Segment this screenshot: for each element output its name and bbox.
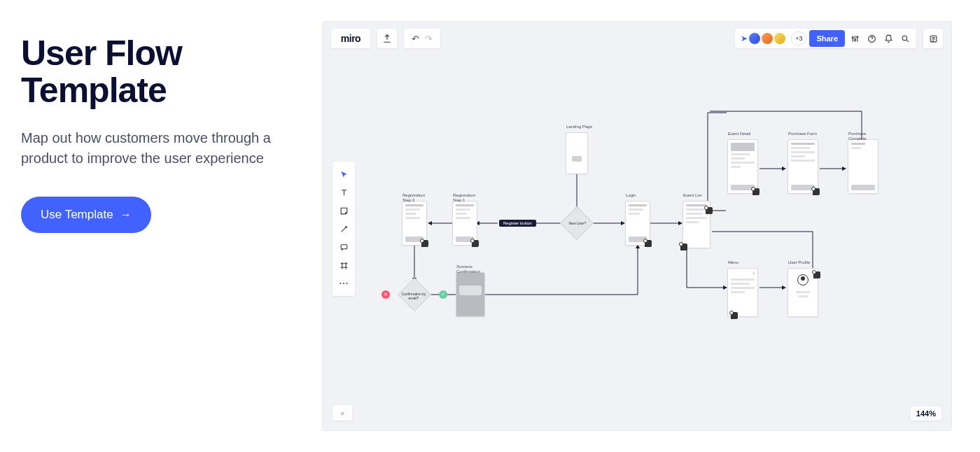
page-subtitle: Map out how customers move through a pro… xyxy=(21,128,294,169)
node-label: Confirmation by email? xyxy=(400,292,428,300)
marketing-panel: User Flow Template Map out how customers… xyxy=(0,0,322,452)
node-label: Success Confirmation xyxy=(456,264,480,274)
close-icon: × xyxy=(752,271,755,276)
svg-marker-24 xyxy=(782,167,786,171)
user-icon xyxy=(797,274,808,285)
page-title: User Flow Template xyxy=(21,35,294,108)
diagram-canvas[interactable]: Landing Page Registration Step 2 Registr… xyxy=(323,22,951,430)
svg-marker-26 xyxy=(842,167,846,171)
node-label: User Profile xyxy=(788,260,810,265)
node-register-button-pill[interactable]: Register button xyxy=(499,220,536,227)
node-purchase-form[interactable]: Purchase Form xyxy=(788,139,818,194)
node-success-confirmation[interactable]: Success Confirmation xyxy=(456,272,485,317)
node-menu[interactable]: Menu × xyxy=(727,268,758,317)
node-purchase-complete[interactable]: Purchase Complete xyxy=(848,139,878,194)
node-login[interactable]: Login xyxy=(625,201,650,246)
node-label: Menu xyxy=(728,260,738,265)
node-event-list[interactable]: Event List xyxy=(682,201,710,248)
outcome-yes-icon: ✓ xyxy=(439,290,447,299)
outcome-no-icon: ✕ xyxy=(382,290,390,299)
node-label: Landing Page xyxy=(566,125,592,129)
miro-board-preview: miro ↶ ↷ ➤ +3 Share xyxy=(322,21,952,431)
node-label: Purchase Complete xyxy=(848,132,867,141)
node-event-detail[interactable]: Event Detail xyxy=(727,139,758,194)
svg-marker-13 xyxy=(428,221,432,225)
node-label: New User? xyxy=(564,222,592,226)
node-new-user-decision[interactable]: New User? xyxy=(560,206,594,240)
svg-marker-29 xyxy=(782,285,786,290)
node-user-profile[interactable]: User Profile xyxy=(788,268,818,317)
cta-label: Use Template xyxy=(41,208,113,222)
node-label: Login xyxy=(626,193,636,198)
node-label: Purchase Form xyxy=(788,132,817,136)
node-registration-step-2[interactable]: Registration Step 2 xyxy=(402,201,427,246)
use-template-button[interactable]: Use Template → xyxy=(21,197,151,233)
node-label: Event Detail xyxy=(728,132,750,136)
arrow-right-icon: → xyxy=(120,209,132,221)
node-label: Registration Step 2 xyxy=(402,193,425,202)
node-registration-step-1[interactable]: Registration Step 1 xyxy=(452,201,477,246)
node-confirmation-decision[interactable]: Confirmation by email? xyxy=(398,278,431,311)
node-landing-page[interactable]: Landing Page xyxy=(566,132,588,174)
node-label: Event List xyxy=(683,193,701,198)
node-label: Registration Step 1 xyxy=(453,193,475,202)
